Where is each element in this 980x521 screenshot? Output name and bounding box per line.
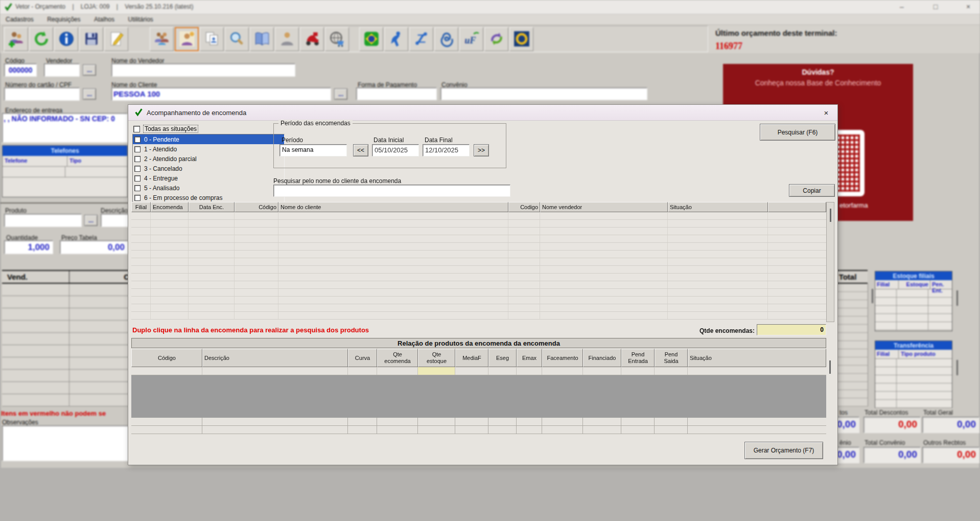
menu-utilitarios[interactable]: Utilitários: [122, 14, 158, 23]
title-bar[interactable]: Vetor - Orçamento | LOJA: 009 | Versão 2…: [0, 0, 980, 14]
products-col-faceamento[interactable]: Faceamento: [542, 349, 583, 367]
ring-logo-button[interactable]: [509, 27, 533, 51]
descricao-input[interactable]: [101, 214, 129, 227]
situation-item-3[interactable]: 3 - Cancelado: [133, 164, 284, 173]
products-col-qte-estoque[interactable]: Qte estoque: [418, 349, 455, 367]
fature-button[interactable]: uF: [459, 27, 483, 51]
situation-checkbox[interactable]: [134, 175, 141, 182]
search-button[interactable]: [225, 27, 249, 51]
products-empty-row[interactable]: [131, 367, 826, 375]
copy-document-button[interactable]: [200, 27, 224, 51]
cartao-input[interactable]: [4, 87, 80, 101]
copiar-button[interactable]: Copiar: [789, 184, 835, 197]
preco-input[interactable]: 0,00: [60, 240, 128, 254]
next-period-button[interactable]: >>: [474, 144, 489, 156]
spiral-button[interactable]: [434, 27, 458, 51]
pagamento-combo[interactable]: [356, 87, 437, 100]
products-col-pend-saida[interactable]: Pend Saida: [655, 349, 688, 367]
orders-col-nome-cliente[interactable]: Nome do cliente: [278, 202, 508, 212]
person-button[interactable]: [275, 27, 299, 51]
products-col-mediaf[interactable]: MediaF: [455, 349, 488, 367]
client-search-input[interactable]: [273, 185, 510, 197]
data-inicial-input[interactable]: 05/10/2025: [372, 144, 419, 156]
cartao-lookup-button[interactable]: ...: [83, 88, 96, 100]
period-combo[interactable]: Na semana: [279, 144, 347, 156]
active-person-button[interactable]: [384, 27, 408, 51]
maximize-button[interactable]: □: [924, 0, 947, 14]
menu-atalhos[interactable]: Atalhos: [88, 14, 120, 23]
prev-period-button[interactable]: <<: [353, 144, 368, 156]
orders-scrollbar[interactable]: [826, 202, 834, 322]
situation-checkbox[interactable]: [134, 156, 141, 162]
products-col-pend-entrada[interactable]: Pend Entrada: [621, 349, 655, 367]
produto-lookup-button[interactable]: ...: [84, 215, 98, 226]
pix-button[interactable]: [409, 27, 433, 51]
products-col-curva[interactable]: Curva: [348, 349, 377, 367]
customers-group-button[interactable]: [150, 27, 174, 51]
situation-checkbox[interactable]: [134, 166, 141, 172]
scrollbar-tick[interactable]: [872, 289, 873, 303]
products-col-financiado[interactable]: Financiado: [583, 349, 621, 367]
dialog-close-button[interactable]: ×: [819, 107, 833, 118]
delivery-button[interactable]: [300, 27, 324, 51]
dialog-title-bar[interactable]: Acompanhamento de encomenda ×: [128, 105, 837, 121]
all-situations-row[interactable]: Todas as situações: [133, 125, 198, 133]
scrollbar-tick[interactable]: [830, 209, 831, 222]
menu-cadastros[interactable]: Cadastros: [0, 14, 39, 23]
nome-vendedor-input[interactable]: [111, 63, 295, 77]
orders-col-data-enc[interactable]: Data Enc.: [189, 202, 235, 212]
refresh-button[interactable]: [29, 27, 53, 51]
save-button[interactable]: [79, 27, 103, 51]
products-col-codigo[interactable]: Código: [131, 349, 202, 367]
products-col-descricao[interactable]: Descrição: [202, 349, 348, 367]
orders-col-situacao[interactable]: Situação: [668, 202, 768, 212]
situation-item-1[interactable]: 1 - Atendido: [133, 144, 284, 154]
vendedor-input[interactable]: [44, 63, 80, 77]
situation-item-6[interactable]: 6 - Em processo de compras: [133, 193, 284, 202]
situation-item-0[interactable]: 0 - Pendente: [133, 134, 284, 144]
products-col-eseg[interactable]: Eseg: [488, 349, 517, 367]
orders-col-codigo[interactable]: Código: [235, 202, 278, 212]
products-col-emax[interactable]: Emax: [517, 349, 542, 367]
observacoes-textarea[interactable]: [2, 425, 129, 461]
products-col-qte-encomenda[interactable]: Qte ecomenda: [377, 349, 418, 367]
produto-input[interactable]: [4, 214, 82, 227]
situation-checkbox[interactable]: [134, 146, 141, 152]
situation-checkbox[interactable]: [134, 137, 141, 143]
web-shop-button[interactable]: [325, 27, 349, 51]
close-button[interactable]: ×: [956, 0, 980, 14]
codigo-input[interactable]: 000000: [4, 63, 37, 77]
data-final-input[interactable]: 12/10/2025: [423, 144, 470, 156]
orders-table-rows[interactable]: [131, 212, 826, 320]
add-customer-button[interactable]: [4, 27, 28, 51]
scrollbar-tick[interactable]: [956, 360, 958, 375]
gerar-orcamento-button[interactable]: Gerar Orçamento (F7): [744, 442, 823, 459]
sync-button[interactable]: [484, 27, 508, 51]
info-button[interactable]: [54, 27, 78, 51]
all-situations-checkbox[interactable]: [133, 126, 140, 132]
products-col-situacao[interactable]: Situação: [688, 349, 826, 367]
minimize-button[interactable]: –: [890, 0, 914, 14]
orders-col-codigo2[interactable]: Codigo: [508, 202, 540, 212]
situation-item-5[interactable]: 5 - Analisado: [133, 183, 284, 193]
situation-checkbox[interactable]: [134, 185, 141, 191]
menu-requisicoes[interactable]: Requisições: [41, 14, 86, 23]
orders-col-nome-vendedor[interactable]: Nome vendedor: [540, 202, 668, 212]
orders-col-encomenda[interactable]: Encomenda: [151, 202, 189, 212]
catalog-button[interactable]: [250, 27, 274, 51]
brazil-flag-button[interactable]: [359, 27, 383, 51]
situation-checkbox[interactable]: [134, 195, 141, 201]
scrollbar-tick[interactable]: [829, 360, 831, 374]
orders-col-filial[interactable]: Filial: [131, 202, 151, 212]
convenio-combo[interactable]: [440, 87, 647, 100]
scrollbar-tick[interactable]: [956, 290, 958, 306]
quantidade-input[interactable]: 1,000: [4, 240, 53, 254]
situation-item-2[interactable]: 2 - Atendido parcial: [133, 154, 284, 164]
situation-item-4[interactable]: 4 - Entregue: [133, 173, 284, 183]
cliente-input[interactable]: PESSOA 100: [111, 87, 331, 101]
cliente-lookup-button[interactable]: ...: [334, 88, 347, 100]
customer-photo-button[interactable]: [175, 27, 199, 51]
pesquisar-f6-button[interactable]: Pesquisar (F6): [760, 124, 835, 141]
vendedor-lookup-button[interactable]: ...: [83, 64, 96, 76]
edit-button[interactable]: [104, 27, 128, 51]
